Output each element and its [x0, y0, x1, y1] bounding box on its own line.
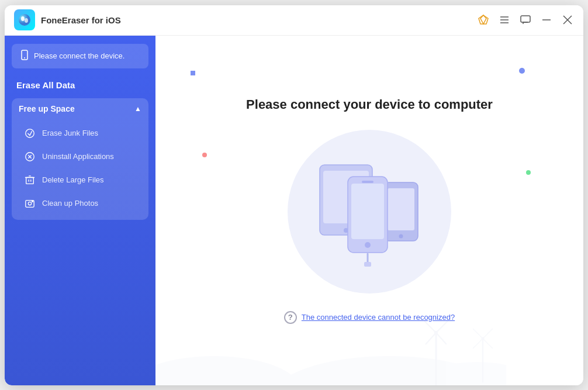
title-bar-left: FoneEraser for iOS	[14, 9, 477, 30]
help-icon: ?	[284, 311, 297, 324]
title-bar: FoneEraser for iOS	[5, 5, 583, 36]
dot-mid-left	[202, 153, 207, 157]
svg-point-0	[19, 14, 30, 26]
svg-rect-30	[388, 188, 414, 230]
content-area: Please connect your device to computer	[155, 36, 583, 385]
svg-line-51	[473, 339, 483, 348]
connect-device-button[interactable]: Please connect the device.	[12, 44, 148, 68]
uninstall-apps-icon	[23, 150, 36, 163]
nav-items-list: Erase Junk Files Uninstall Applications	[12, 119, 148, 220]
phone-icon	[20, 50, 29, 63]
chevron-up-icon: ▲	[134, 105, 141, 113]
svg-point-24	[28, 202, 31, 205]
svg-point-2	[25, 18, 28, 23]
dot-top-left	[191, 71, 195, 75]
uninstall-apps-label: Uninstall Applications	[42, 152, 114, 161]
nav-item-clean-photos[interactable]: Clean up Photos	[15, 192, 145, 215]
bg-decor-windmill	[155, 315, 506, 385]
svg-line-50	[483, 329, 493, 339]
delete-large-icon	[23, 174, 36, 187]
sidebar: Please connect the device. Erase All Dat…	[5, 36, 155, 385]
nav-item-delete-large[interactable]: Delete Large Files	[15, 168, 145, 192]
svg-line-45	[426, 333, 436, 344]
svg-point-48	[482, 337, 485, 340]
close-icon[interactable]	[561, 13, 574, 26]
svg-point-25	[32, 201, 33, 202]
erase-junk-label: Erase Junk Files	[42, 129, 98, 137]
nav-item-uninstall-apps[interactable]: Uninstall Applications	[15, 145, 145, 168]
title-bar-controls	[477, 13, 574, 26]
svg-point-14	[26, 129, 34, 137]
app-title: FoneEraser for iOS	[41, 15, 121, 25]
nav-item-erase-junk[interactable]: Erase Junk Files	[15, 122, 145, 145]
erase-all-data-section: Erase All Data	[12, 80, 148, 90]
free-up-space-group: Free up Space ▲ Erase Junk Files	[12, 98, 148, 220]
svg-point-31	[399, 234, 403, 238]
svg-rect-18	[26, 177, 34, 184]
svg-point-40	[407, 362, 506, 385]
svg-point-42	[434, 331, 438, 334]
svg-line-46	[436, 333, 447, 344]
delete-large-label: Delete Large Files	[42, 175, 104, 184]
devices-svg	[302, 147, 437, 276]
clean-photos-icon	[23, 197, 36, 210]
svg-rect-33	[351, 184, 384, 239]
free-up-space-label: Free up Space	[19, 104, 75, 113]
help-row: ? The connected device cannot be recogni…	[284, 311, 455, 324]
app-window: FoneEraser for iOS	[5, 5, 583, 385]
dot-top-right	[519, 68, 525, 74]
connect-device-label: Please connect the device.	[34, 51, 124, 60]
svg-rect-35	[362, 181, 373, 183]
menu-icon[interactable]	[498, 13, 511, 26]
sketch-icon[interactable]	[477, 13, 490, 26]
svg-point-34	[365, 242, 371, 248]
svg-rect-37	[364, 262, 371, 267]
chat-icon[interactable]	[519, 13, 532, 26]
svg-point-38	[155, 356, 302, 385]
svg-rect-8	[521, 16, 530, 22]
help-link[interactable]: The connected device cannot be recognize…	[302, 313, 455, 322]
device-illustration	[288, 130, 451, 294]
svg-point-39	[272, 356, 506, 385]
svg-line-52	[483, 339, 493, 348]
svg-marker-3	[479, 15, 488, 24]
svg-line-49	[473, 329, 483, 339]
svg-point-13	[24, 57, 25, 58]
svg-point-1	[21, 16, 25, 21]
main-heading: Please connect your device to computer	[246, 97, 493, 112]
minimize-icon[interactable]	[540, 13, 553, 26]
app-icon	[14, 9, 35, 30]
free-up-space-header[interactable]: Free up Space ▲	[12, 98, 148, 119]
main-content: Please connect the device. Erase All Dat…	[5, 36, 583, 385]
erase-junk-icon	[23, 127, 36, 140]
dot-mid-right	[526, 170, 531, 175]
clean-photos-label: Clean up Photos	[42, 199, 98, 208]
